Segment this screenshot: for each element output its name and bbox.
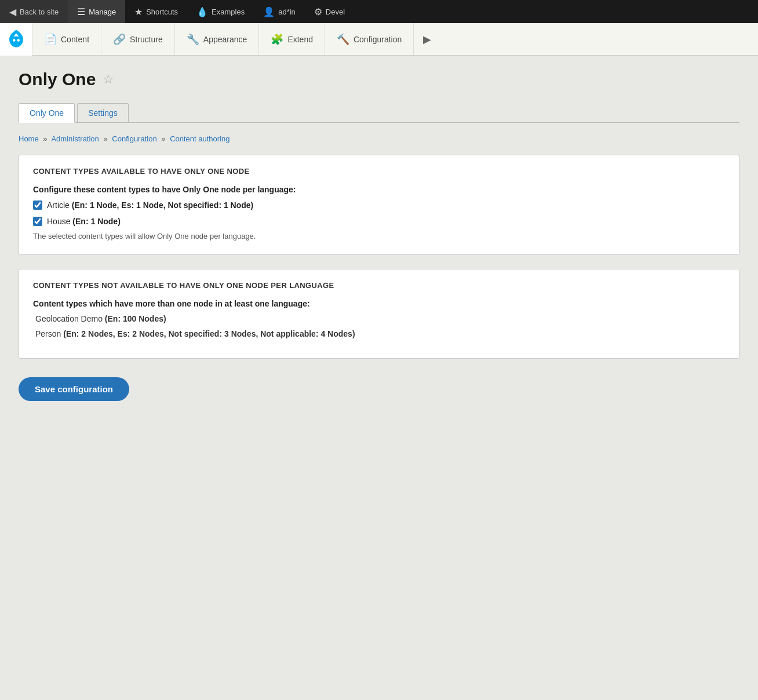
page-title: Only One (19, 70, 96, 89)
svg-point-1 (17, 39, 20, 42)
breadcrumb-configuration[interactable]: Configuration (112, 134, 156, 143)
nav-structure[interactable]: 🔗 Structure (101, 23, 175, 55)
manage-button[interactable]: ☰ Manage (68, 0, 125, 23)
gear-icon: ⚙ (314, 6, 322, 17)
content-icon: 📄 (44, 33, 57, 46)
section-available: CONTENT TYPES AVAILABLE TO HAVE ONLY ONE… (19, 155, 739, 255)
article-label[interactable]: Article (En: 1 Node, Es: 1 Node, Not spe… (47, 200, 253, 212)
save-configuration-button[interactable]: Save configuration (19, 377, 129, 401)
user-icon: 👤 (263, 6, 275, 17)
breadcrumb-administration[interactable]: Administration (51, 134, 99, 143)
structure-icon: 🔗 (113, 33, 126, 46)
extend-icon: 🧩 (271, 33, 283, 46)
back-icon: ◀ (9, 6, 16, 17)
star-icon: ★ (134, 6, 143, 17)
nav-items: 📄 Content 🔗 Structure 🔧 Appearance 🧩 Ext… (32, 23, 440, 55)
svg-point-0 (13, 39, 16, 42)
page-wrapper: Only One ☆ Only One Settings Home » Admi… (0, 56, 758, 700)
chevron-right-icon: ▶ (423, 33, 431, 46)
nav-configuration[interactable]: 🔨 Configuration (325, 23, 414, 55)
drop-icon: 💧 (196, 6, 208, 17)
tabs-bar: Only One Settings (19, 103, 739, 123)
secondary-nav: 📄 Content 🔗 Structure 🔧 Appearance 🧩 Ext… (0, 23, 758, 56)
nav-appearance[interactable]: 🔧 Appearance (175, 23, 260, 55)
nav-more-button[interactable]: ▶ (414, 23, 440, 55)
back-to-site-button[interactable]: ◀ Back to site (0, 0, 68, 23)
tab-only-one[interactable]: Only One (19, 103, 75, 123)
house-label[interactable]: House (En: 1 Node) (47, 216, 121, 228)
breadcrumb-home[interactable]: Home (19, 134, 39, 143)
section-not-available-subtitle: Content types which have more than one n… (33, 299, 725, 308)
section-available-subtitle: Configure these content types to have On… (33, 185, 725, 194)
nav-content[interactable]: 📄 Content (32, 23, 101, 55)
favorite-star-icon[interactable]: ☆ (103, 72, 114, 87)
checkbox-house-row: House (En: 1 Node) (33, 216, 725, 228)
examples-button[interactable]: 💧 Examples (187, 0, 254, 23)
tab-settings[interactable]: Settings (77, 103, 129, 122)
admin-toolbar: ◀ Back to site ☰ Manage ★ Shortcuts 💧 Ex… (0, 0, 758, 23)
nav-extend[interactable]: 🧩 Extend (259, 23, 325, 55)
checkbox-article-row: Article (En: 1 Node, Es: 1 Node, Not spe… (33, 200, 725, 212)
breadcrumb: Home » Administration » Configuration » … (19, 134, 739, 143)
section-available-title: CONTENT TYPES AVAILABLE TO HAVE ONLY ONE… (33, 167, 725, 176)
breadcrumb-content-authoring[interactable]: Content authoring (170, 134, 229, 143)
section-not-available: CONTENT TYPES NOT AVAILABLE TO HAVE ONLY… (19, 269, 739, 359)
user-button[interactable]: 👤 ad*in (254, 0, 305, 23)
menu-icon: ☰ (77, 6, 85, 17)
page-title-area: Only One ☆ (19, 70, 739, 89)
shortcuts-button[interactable]: ★ Shortcuts (125, 0, 187, 23)
article-checkbox[interactable] (33, 200, 42, 210)
house-checkbox[interactable] (33, 217, 42, 226)
appearance-icon: 🔧 (187, 33, 199, 46)
config-icon: 🔨 (337, 33, 349, 46)
devel-button[interactable]: ⚙ Devel (305, 0, 354, 23)
drupal-logo[interactable] (0, 23, 32, 56)
section-not-available-title: CONTENT TYPES NOT AVAILABLE TO HAVE ONLY… (33, 281, 725, 290)
person-item: Person (En: 2 Nodes, Es: 2 Nodes, Not sp… (33, 329, 725, 338)
section-available-help: The selected content types will allow On… (33, 232, 725, 240)
geolocation-item: Geolocation Demo (En: 100 Nodes) (33, 314, 725, 323)
